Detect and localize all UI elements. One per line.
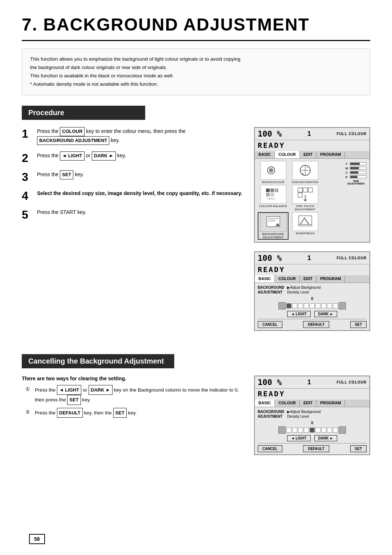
screen-3-tab-edit: EDIT	[300, 400, 317, 407]
screen-3-left-box	[278, 426, 286, 434]
cancel-item-2: ② Press the DEFAULT key, then the SET ke…	[25, 408, 243, 418]
density-sq-7	[327, 303, 332, 308]
step-5-num: 5	[22, 209, 32, 220]
density-sq-0	[286, 303, 291, 308]
screen-2-set-btn[interactable]: SET	[350, 321, 367, 328]
screen-3-zero: 0	[258, 421, 367, 425]
screen-1-status: FULL COLOUR	[337, 132, 367, 136]
screen-2-tab-colour: COLOUR	[275, 275, 300, 283]
one-touch-label: ONE TOUCH ADJUSTMENT	[290, 204, 320, 211]
k-label: K	[346, 175, 349, 179]
background-adjustment-key: BACKGROUND ADJUSTMENT	[37, 136, 109, 145]
screen-1-percent: 100 %	[258, 129, 282, 138]
icon-one-touch: ONE TOUCH ADJUSTMENT	[290, 185, 320, 211]
y-bar	[350, 162, 367, 165]
screen-3-sq-6	[321, 428, 326, 433]
screen-3-body: BACKGROUNDADJUSTMENT ▶Adjust BackgroundD…	[255, 407, 369, 454]
screen-3-tabs: BASIC COLOUR EDIT PROGRAM	[255, 400, 369, 407]
svg-point-1	[269, 168, 273, 173]
screen-3-cancel-btn[interactable]: CANCEL	[258, 445, 282, 452]
cancel-2-text: Press the DEFAULT key, then the SET key.	[35, 408, 136, 418]
screen-2-ld-row: ◄ LIGHT DARK ►	[258, 311, 367, 317]
step-4-num: 4	[22, 190, 32, 202]
step-5: 5 Press the START key.	[22, 208, 243, 220]
bg-adjustment-graphic	[260, 213, 286, 232]
screen-1-tabs: BASIC COLOUR EDIT PROGRAM	[255, 151, 369, 159]
step-3-text: Press the SET key.	[37, 170, 84, 179]
page-title: 7. BACKGROUND ADJUSTMENT	[22, 15, 370, 41]
procedure-section: Procedure 1 Press the COLOUR key to ente…	[22, 106, 370, 340]
rgb-side-panel: Y M	[346, 161, 367, 240]
screen-3-dark-btn[interactable]: DARK ►	[314, 435, 338, 441]
screen-1-icons-area: MONOCOLOUR +	[258, 161, 344, 240]
cancel-1-text: Press the ◄ LIGHT or DARK ► key on the B…	[35, 385, 243, 405]
screen-3-right-box	[339, 426, 346, 434]
screen-3-ready: READY	[255, 389, 369, 400]
density-sq-2	[298, 303, 303, 308]
cancel-set-key-1: SET	[67, 395, 81, 405]
screen-2-tab-basic: BASIC	[255, 275, 275, 283]
screen-2-header: 100 % 1 FULL COLOUR	[255, 252, 369, 264]
cancel-1-num: ①	[25, 385, 32, 405]
screen-3-percent: 100 %	[258, 378, 282, 387]
svg-rect-19	[268, 220, 275, 222]
step-1: 1 Press the COLOUR key to enter the colo…	[22, 127, 243, 145]
screen-3-adj-desc: ▶Adjust BackgroundDensity Level	[287, 409, 320, 419]
screen-3-header: 100 % 1 FULL COLOUR	[255, 376, 369, 389]
screen-2: 100 % 1 FULL COLOUR READY BASIC COLOUR E…	[254, 251, 370, 331]
page-number: 58	[29, 534, 45, 544]
step-1-text: Press the COLOUR key to enter the colour…	[37, 127, 243, 145]
screen-1-copy: 1	[307, 130, 311, 138]
screen-3-sq-7	[327, 428, 332, 433]
cancel-item-1: ① Press the ◄ LIGHT or DARK ► key on the…	[25, 385, 243, 405]
svg-rect-11	[270, 193, 274, 197]
c-label: C	[346, 171, 349, 174]
screen-3-tab-basic: BASIC	[255, 400, 275, 407]
step-2-num: 2	[22, 152, 32, 164]
m-label: M	[346, 167, 349, 170]
light-key: ◄ LIGHT	[60, 151, 84, 161]
density-sq-6	[321, 303, 326, 308]
screen-3-col: 100 % 1 FULL COLOUR READY BASIC COLOUR E…	[254, 376, 370, 464]
screen-3-set-btn[interactable]: SET	[350, 445, 367, 452]
screen-2-zero: 0	[258, 297, 367, 301]
screen-2-ready: READY	[255, 264, 369, 275]
screen-2-dark-btn[interactable]: DARK ►	[314, 311, 338, 317]
screen-3-default-btn[interactable]: DEFAULT	[303, 445, 329, 452]
screen-2-default-btn[interactable]: DEFAULT	[303, 321, 329, 328]
density-left-box	[278, 302, 286, 309]
screen-3-status: FULL COLOUR	[337, 380, 367, 384]
screen-3-sq-0	[286, 428, 291, 433]
screen-2-cancel-btn[interactable]: CANCEL	[258, 321, 282, 328]
screen-1-inner: MONOCOLOUR +	[258, 161, 367, 240]
screen-2-percent: 100 %	[258, 254, 282, 263]
icon-bg-adjustment: BACKGROUND ADJUSTMENT	[258, 212, 289, 240]
bg-adjustment-label: BACKGROUND ADJUSTMENT	[258, 232, 288, 239]
screen-3-sq-8	[333, 428, 338, 433]
screen-1-ready: READY	[255, 140, 369, 151]
step-2: 2 Press the ◄ LIGHT or DARK ► key.	[22, 151, 243, 164]
svg-text:B: B	[302, 173, 304, 175]
screen-3-sq-2	[298, 428, 303, 433]
hue-graphic: + B	[292, 161, 318, 180]
icon-sharpness: SHARPNESS	[290, 212, 320, 240]
tab-program: PROGRAM	[317, 151, 345, 158]
step-4: 4 Select the desired copy size, image de…	[22, 189, 243, 202]
screen-3-tab-program: PROGRAM	[317, 400, 345, 407]
cancel-2-num: ②	[25, 408, 32, 418]
screen-2-light-btn[interactable]: ◄ LIGHT	[287, 311, 311, 317]
set-key: SET	[60, 170, 73, 179]
svg-text:+: +	[307, 166, 308, 169]
y-label: Y	[346, 162, 349, 166]
svg-text:Y M C K: Y M C K	[267, 198, 275, 200]
tab-edit: EDIT	[300, 151, 317, 158]
screen-3-light-btn[interactable]: ◄ LIGHT	[287, 435, 311, 441]
screen-2-status: FULL COLOUR	[337, 256, 367, 260]
colour-key: COLOUR	[60, 127, 85, 136]
cancel-light-key: ◄ LIGHT	[57, 385, 81, 395]
density-sq-8	[333, 303, 338, 308]
screen-3-sq-1	[292, 428, 297, 433]
screen-2-density-bar	[258, 302, 367, 309]
step-4-text: Select the desired copy size, image dens…	[37, 189, 242, 197]
density-right-box	[339, 302, 346, 309]
